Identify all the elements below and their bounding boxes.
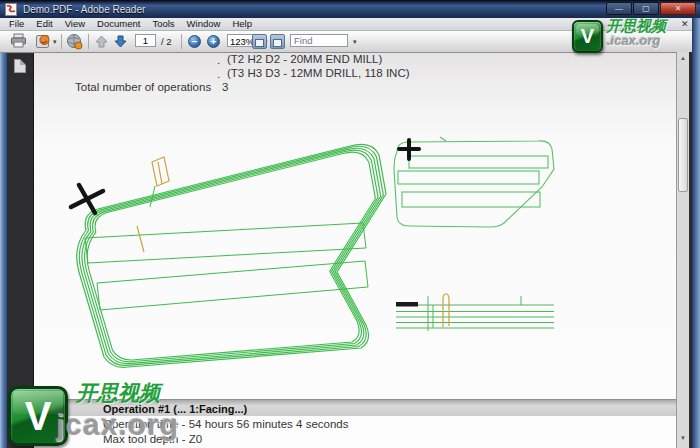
page-number-input[interactable] xyxy=(135,34,156,47)
menu-help[interactable]: Help xyxy=(226,18,258,30)
find-input[interactable] xyxy=(290,34,348,47)
toolbar-close-icon[interactable]: ✕ xyxy=(681,19,689,29)
scroll-down-icon[interactable]: ▼ xyxy=(677,432,689,445)
total-operations-label: Total number of operations xyxy=(75,81,211,93)
collaborate-icon[interactable] xyxy=(66,33,83,50)
adobe-reader-window: Demo.PDF - Adobe Reader — ▢ ✕ File Edit … xyxy=(0,0,700,448)
toolbar-separator xyxy=(181,34,182,49)
logo-letter: V xyxy=(25,394,52,439)
icax-logo: V xyxy=(572,20,603,53)
watermark-brand-bottom: 开思视频 xyxy=(76,379,160,407)
single-page-view-icon[interactable] xyxy=(270,34,285,49)
menu-document[interactable]: Document xyxy=(91,18,146,30)
toolbar-separator xyxy=(88,34,89,49)
watermark-site-bottom: jcax.org xyxy=(56,408,179,442)
document-page-1[interactable] xyxy=(33,52,676,399)
scroll-up-icon[interactable]: ▲ xyxy=(677,52,689,65)
maximize-button[interactable]: ▢ xyxy=(633,2,659,15)
zoom-out-icon[interactable]: – xyxy=(188,35,201,48)
watermark-site-top: .icax.org xyxy=(607,33,660,48)
title-bar[interactable]: Demo.PDF - Adobe Reader — ▢ ✕ xyxy=(0,0,700,18)
find-dropdown-icon[interactable]: ▾ xyxy=(353,38,357,46)
window-left-border xyxy=(0,52,7,448)
pages-panel-icon[interactable] xyxy=(14,59,26,73)
bullet: . xyxy=(217,68,220,80)
menu-file[interactable]: File xyxy=(3,18,30,30)
window-title: Demo.PDF - Adobe Reader xyxy=(23,4,145,15)
previous-page-icon[interactable] xyxy=(94,35,109,48)
window-right-border xyxy=(692,18,700,448)
total-operations-value: 3 xyxy=(222,81,228,93)
next-page-icon[interactable] xyxy=(113,35,128,48)
menu-window[interactable]: Window xyxy=(181,18,227,30)
toolbar-separator xyxy=(61,34,62,49)
bullet: . xyxy=(217,54,220,66)
zoom-in-icon[interactable]: + xyxy=(207,35,220,48)
save-copy-icon[interactable] xyxy=(35,33,51,49)
pdf-file-icon xyxy=(5,3,17,16)
scrollbar-thumb[interactable] xyxy=(678,118,688,192)
save-dropdown-icon[interactable]: ▾ xyxy=(53,38,57,46)
print-icon[interactable] xyxy=(10,33,27,49)
scrolling-view-icon[interactable] xyxy=(252,34,267,49)
logo-letter: V xyxy=(581,25,594,48)
tool-line-1: (T2 H2 D2 - 20MM END MILL) xyxy=(227,53,382,65)
close-button[interactable]: ✕ xyxy=(660,2,696,15)
menu-view[interactable]: View xyxy=(59,18,91,30)
page-count-label: / 2 xyxy=(161,36,172,47)
vertical-scrollbar[interactable]: ▲ ▼ xyxy=(676,52,689,448)
menu-edit[interactable]: Edit xyxy=(30,18,58,30)
menu-tools[interactable]: Tools xyxy=(146,18,180,30)
minimize-button[interactable]: — xyxy=(606,2,632,15)
tool-line-2: (T3 H3 D3 - 12MM DRILL, 118 INC) xyxy=(227,67,410,79)
